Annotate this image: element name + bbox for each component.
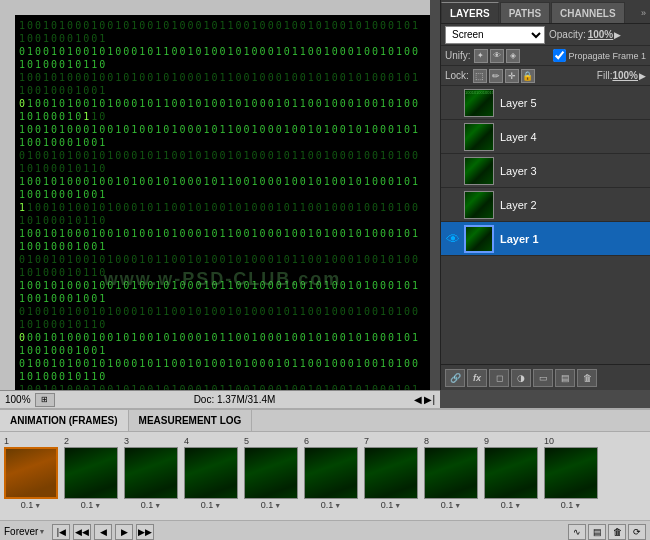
frame-6-thumbnail <box>304 447 358 499</box>
frame-3-delay-arrow[interactable]: ▼ <box>154 502 161 509</box>
layer-1-visibility[interactable]: 👁 <box>445 231 461 247</box>
layer-item-4[interactable]: Layer 4 <box>441 120 650 154</box>
frame-4[interactable]: 4 0.1 ▼ <box>182 436 240 510</box>
delete-frame-btn[interactable]: 🗑 <box>608 524 626 540</box>
frame-6[interactable]: 6 0.1 ▼ <box>302 436 360 510</box>
layer-4-visibility[interactable] <box>445 129 461 145</box>
blend-mode-row: Screen Opacity: 100% ▶ <box>441 24 650 46</box>
frame-3-number: 3 <box>124 436 129 446</box>
frame-1-thumbnail <box>4 447 58 499</box>
lock-all-icon[interactable]: 🔒 <box>521 69 535 83</box>
unify-row: Unify: ✦ 👁 ◈ Propagate Frame 1 <box>441 46 650 66</box>
frame-1-delay-value: 0.1 <box>21 500 34 510</box>
layer-5-visibility[interactable] <box>445 95 461 111</box>
frame-2-delay[interactable]: 0.1 ▼ <box>81 500 101 510</box>
layer-item-2[interactable]: Layer 2 <box>441 188 650 222</box>
new-layer-icon[interactable]: ▤ <box>555 369 575 387</box>
layer-item-1[interactable]: 👁 Layer 1 <box>441 222 650 256</box>
frame-2-delay-value: 0.1 <box>81 500 94 510</box>
frame-3-delay[interactable]: 0.1 ▼ <box>141 500 161 510</box>
frame-4-delay-arrow[interactable]: ▼ <box>214 502 221 509</box>
frame-4-delay-value: 0.1 <box>201 500 214 510</box>
frame-1-delay[interactable]: 0.1 ▼ <box>21 500 41 510</box>
zoom-icon[interactable]: ⊞ <box>35 393 55 407</box>
loop-control[interactable]: Forever ▼ <box>4 526 45 537</box>
fill-arrow[interactable]: ▶ <box>639 71 646 81</box>
frame-8-delay-arrow[interactable]: ▼ <box>454 502 461 509</box>
frame-7[interactable]: 7 0.1 ▼ <box>362 436 420 510</box>
layer-mask-icon[interactable]: ◻ <box>489 369 509 387</box>
panel-collapse-icon[interactable]: » <box>637 8 650 18</box>
frame-9-delay-value: 0.1 <box>501 500 514 510</box>
zoom-level[interactable]: 100% <box>5 394 31 405</box>
fill-value[interactable]: 100% <box>612 70 638 81</box>
frame-2[interactable]: 2 0.1 ▼ <box>62 436 120 510</box>
opacity-arrow[interactable]: ▶ <box>614 30 621 40</box>
tween-btn[interactable]: ∿ <box>568 524 586 540</box>
frame-5[interactable]: 5 0.1 ▼ <box>242 436 300 510</box>
blend-mode-select[interactable]: Screen <box>445 26 545 44</box>
adjustment-layer-icon[interactable]: ◑ <box>511 369 531 387</box>
prev-single-btn[interactable]: ◀ <box>94 524 112 540</box>
frame-6-delay[interactable]: 0.1 ▼ <box>321 500 341 510</box>
frame-3-thumbnail <box>124 447 178 499</box>
frame-10-number: 10 <box>544 436 554 446</box>
next-single-btn[interactable]: ▶▶ <box>136 524 154 540</box>
layer-effects-icon[interactable]: fx <box>467 369 487 387</box>
propagate-checkbox[interactable] <box>553 49 566 62</box>
frame-4-delay[interactable]: 0.1 ▼ <box>201 500 221 510</box>
first-frame-btn[interactable]: |◀ <box>52 524 70 540</box>
layer-2-visibility[interactable] <box>445 197 461 213</box>
opacity-value[interactable]: 100% <box>588 29 614 40</box>
timeline-next[interactable]: ▶| <box>424 394 435 405</box>
layer-4-thumbnail <box>464 123 494 151</box>
delete-layer-icon[interactable]: 🗑 <box>577 369 597 387</box>
layer-1-thumbnail <box>464 225 494 253</box>
lock-row: Lock: ⬚ ✏ ✛ 🔒 Fill: 100% ▶ <box>441 66 650 86</box>
layer-item-3[interactable]: Layer 3 <box>441 154 650 188</box>
tab-measurement-log[interactable]: MEASUREMENT LOG <box>129 410 253 431</box>
tab-paths[interactable]: PATHS <box>500 2 550 23</box>
lock-pixels-icon[interactable]: ✏ <box>489 69 503 83</box>
unify-style-icon[interactable]: ◈ <box>506 49 520 63</box>
link-layers-icon[interactable]: 🔗 <box>445 369 465 387</box>
frame-2-delay-arrow[interactable]: ▼ <box>94 502 101 509</box>
tab-layers[interactable]: LAYERS <box>441 2 499 23</box>
frame-7-delay-arrow[interactable]: ▼ <box>394 502 401 509</box>
frame-1-delay-arrow[interactable]: ▼ <box>34 502 41 509</box>
frame-10-delay-arrow[interactable]: ▼ <box>574 502 581 509</box>
layer-3-visibility[interactable] <box>445 163 461 179</box>
play-btn[interactable]: ▶ <box>115 524 133 540</box>
frame-9-delay[interactable]: 0.1 ▼ <box>501 500 521 510</box>
lock-transparent-icon[interactable]: ⬚ <box>473 69 487 83</box>
tab-animation-frames[interactable]: ANIMATION (FRAMES) <box>0 410 129 431</box>
propagate-check[interactable]: Propagate Frame 1 <box>553 49 646 62</box>
loop-arrow[interactable]: ▼ <box>38 528 45 535</box>
lock-position-icon[interactable]: ✛ <box>505 69 519 83</box>
frame-7-delay[interactable]: 0.1 ▼ <box>381 500 401 510</box>
frame-8[interactable]: 8 0.1 ▼ <box>422 436 480 510</box>
frame-5-delay-arrow[interactable]: ▼ <box>274 502 281 509</box>
layer-group-icon[interactable]: ▭ <box>533 369 553 387</box>
frame-6-delay-arrow[interactable]: ▼ <box>334 502 341 509</box>
timeline-prev[interactable]: ◀ <box>414 394 422 405</box>
convert-btn[interactable]: ⟳ <box>628 524 646 540</box>
frame-1[interactable]: 1 0.1 ▼ <box>2 436 60 510</box>
frame-9[interactable]: 9 0.1 ▼ <box>482 436 540 510</box>
frame-10-delay[interactable]: 0.1 ▼ <box>561 500 581 510</box>
frame-5-delay[interactable]: 0.1 ▼ <box>261 500 281 510</box>
prev-frame-btn[interactable]: ◀◀ <box>73 524 91 540</box>
new-frame-btn[interactable]: ▤ <box>588 524 606 540</box>
tab-channels[interactable]: CHANNELS <box>551 2 625 23</box>
frame-9-thumbnail <box>484 447 538 499</box>
layers-bottom-bar: 🔗 fx ◻ ◑ ▭ ▤ 🗑 <box>441 364 650 390</box>
frame-7-thumbnail <box>364 447 418 499</box>
unify-position-icon[interactable]: ✦ <box>474 49 488 63</box>
frame-10[interactable]: 10 0.1 ▼ <box>542 436 600 510</box>
frame-3[interactable]: 3 0.1 ▼ <box>122 436 180 510</box>
frame-9-delay-arrow[interactable]: ▼ <box>514 502 521 509</box>
unify-visibility-icon[interactable]: 👁 <box>490 49 504 63</box>
frame-2-thumbnail <box>64 447 118 499</box>
frame-8-delay[interactable]: 0.1 ▼ <box>441 500 461 510</box>
layer-item-5[interactable]: 10010100100101001 Layer 5 <box>441 86 650 120</box>
